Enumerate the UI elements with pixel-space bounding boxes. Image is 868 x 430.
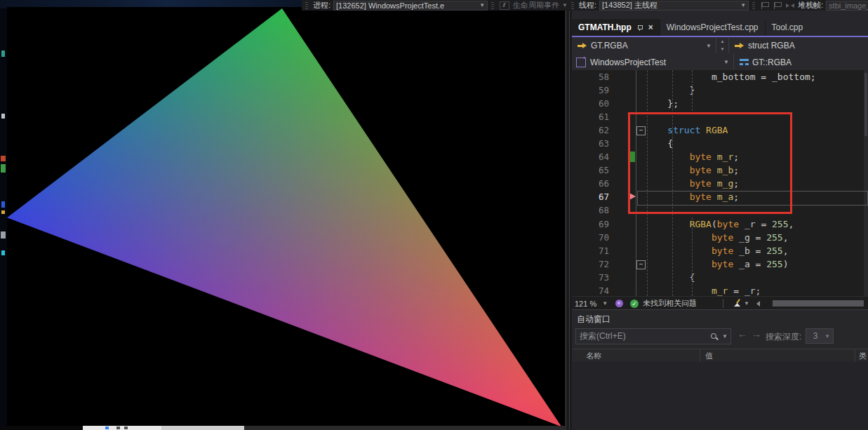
tab-gtmath-hpp[interactable]: GTMATH.hpp × [572,19,660,36]
project-dropdown[interactable]: WindowsProjectTest ▼ [572,54,734,70]
code-line[interactable]: 64 byte m_r; [572,150,868,163]
column-type[interactable]: 类 [859,351,867,361]
line-number[interactable]: 62 [572,123,617,137]
code-line[interactable]: 59 } [572,83,868,97]
line-number[interactable]: 69 [572,217,617,231]
toggle-flagged-icon[interactable] [786,2,794,9]
code-line[interactable]: 66 byte m_g; [572,177,868,190]
search-back-arrow[interactable]: ← [737,328,747,340]
editor-margin[interactable] [617,231,646,244]
editor-margin[interactable] [617,137,646,150]
intellicode-icon[interactable] [615,300,623,307]
autos-body[interactable] [572,362,868,430]
taskbar-icon-fragment [124,426,128,429]
code-line[interactable]: 74 m_r = _r; [572,284,868,296]
symbol-dropdown[interactable]: GT::RGBA [734,54,868,70]
lifecycle-events-icon[interactable] [500,1,509,10]
code-editor[interactable]: 58 m_bottom = _bottom;59 }60 };6162− str… [572,70,868,296]
zoom-level-dropdown[interactable]: 121 % ▼ [575,300,608,308]
member-spinner[interactable]: ▲▼ [716,38,729,53]
code-line[interactable]: 65 byte m_b; [572,163,868,177]
editor-margin[interactable] [617,70,646,83]
code-line[interactable]: 71 byte _b = 255, [572,244,868,257]
line-number[interactable]: 64 [572,150,617,163]
editor-margin[interactable] [617,217,646,231]
column-divider[interactable] [855,349,855,362]
taskbar-icon-fragment [116,426,120,429]
collapse-icon[interactable]: − [636,126,646,135]
line-number[interactable]: 74 [572,284,617,296]
editor-margin[interactable] [617,244,646,257]
editor-margin[interactable] [617,190,646,203]
line-number[interactable]: 60 [572,97,617,110]
code-line[interactable]: 72− byte _a = 255) [572,257,868,271]
document-health-text[interactable]: 未找到相关问题 [643,298,697,309]
editor-margin[interactable] [617,271,646,284]
code-line[interactable]: 68 [572,203,868,217]
toolbar-grip[interactable] [305,1,308,9]
toolbar-grip[interactable] [491,1,494,9]
process-combobox[interactable]: [132652] WindowsProjectTest.e ▼ [333,1,488,11]
code-line[interactable]: 58 m_bottom = _bottom; [572,70,868,83]
editor-margin[interactable] [617,163,646,177]
tab-tool-cpp[interactable]: Tool.cpp [766,19,810,36]
stack-frame-combobox[interactable]: stbi_image_free [826,1,868,11]
code-line[interactable]: 63 { [572,137,868,150]
code-line[interactable]: 62− struct RGBA [572,123,868,137]
line-number[interactable]: 66 [572,177,617,190]
line-number[interactable]: 67 [572,190,617,203]
code-text: } [646,83,868,97]
lifecycle-events-label[interactable]: 生命周期事件 [513,0,559,11]
search-depth-dropdown[interactable]: 3 ▼ [806,328,834,344]
editor-margin[interactable] [617,203,646,217]
line-number[interactable]: 72 [572,257,617,271]
line-number[interactable]: 71 [572,244,617,257]
editor-margin[interactable] [617,110,646,123]
editor-margin[interactable] [617,97,646,110]
struct-icon [740,59,749,66]
line-number[interactable]: 73 [572,271,617,284]
code-line[interactable]: 73 { [572,271,868,284]
line-number[interactable]: 70 [572,231,617,244]
scroll-left-arrow[interactable] [756,301,760,307]
editor-margin[interactable] [617,83,646,97]
code-line[interactable]: 61 [572,110,868,123]
code-line[interactable]: 69 RGBA(byte _r = 255, [572,217,868,231]
line-number[interactable]: 65 [572,163,617,177]
chevron-down-icon: ▼ [602,300,608,307]
tab-windowsprojecttest-cpp[interactable]: WindowsProjectTest.cpp [660,19,766,36]
editor-margin[interactable]: − [617,257,646,271]
member-dropdown[interactable]: struct RGBA [729,37,868,54]
autos-search-input[interactable]: 搜索(Ctrl+E) ▼ [575,328,731,344]
line-number[interactable]: 63 [572,137,617,150]
code-line[interactable]: 60 }; [572,97,868,110]
toolbar-grip[interactable] [752,1,755,9]
toolbar-grip[interactable] [571,1,574,9]
column-name[interactable]: 名称 [586,351,601,361]
close-icon[interactable]: × [648,24,653,31]
code-cleanup-icon[interactable] [733,299,742,308]
collapse-icon[interactable]: − [636,260,646,269]
editor-margin[interactable]: − [617,123,646,137]
flag-threads-icon[interactable] [773,2,782,9]
search-forward-arrow[interactable]: → [752,328,761,340]
scrollbar-thumb[interactable] [773,300,864,307]
code-line[interactable]: 70 byte _g = 255, [572,231,868,244]
scope-dropdown[interactable]: GT.RGBA ▼ [572,37,716,54]
code-line[interactable]: 67 byte m_a; [572,190,868,203]
horizontal-scrollbar[interactable] [763,297,868,310]
editor-margin[interactable] [617,150,646,163]
code-lines: 58 m_bottom = _bottom;59 }60 };6162− str… [572,70,868,296]
editor-margin[interactable] [617,177,646,190]
pin-icon[interactable] [637,25,643,31]
editor-vertical-scrollbar[interactable] [864,70,868,296]
thread-combobox[interactable]: [143852] 主线程 ▼ [599,1,749,11]
column-divider[interactable] [700,349,700,362]
show-threads-icon[interactable] [761,2,769,9]
editor-margin[interactable] [617,284,646,296]
line-number[interactable]: 58 [572,70,617,83]
line-number[interactable]: 59 [572,83,617,97]
line-number[interactable]: 61 [572,110,617,123]
column-value[interactable]: 值 [705,351,713,361]
line-number[interactable]: 68 [572,203,617,217]
